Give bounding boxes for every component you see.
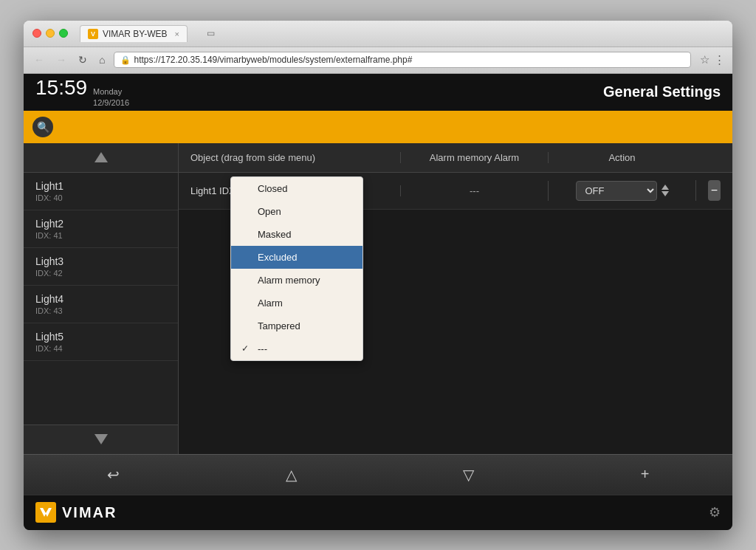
sidebar-item-light1[interactable]: Light1 IDX: 40	[24, 173, 178, 210]
browser-action-icons: ☆ ⋮	[700, 53, 725, 66]
new-tab-button[interactable]: ▭	[199, 25, 222, 41]
search-icon: 🔍	[37, 121, 49, 133]
dropdown-item-open[interactable]: Open	[231, 200, 362, 223]
down-toolbar-button[interactable]: ▽	[448, 460, 489, 489]
dropdown-item-closed[interactable]: Closed	[231, 177, 362, 200]
browser-window: V VIMAR BY-WEB × ▭ ← → ↻ ⌂ 🔒 https://172…	[24, 21, 732, 530]
bottom-toolbar: ↩ △ ▽ +	[24, 454, 732, 495]
down-arrow-icon	[94, 434, 108, 444]
sidebar-item-idx: IDX: 42	[35, 269, 166, 278]
check-icon: ✓	[241, 343, 252, 354]
dropdown-item-dashes[interactable]: ✓ ---	[231, 337, 362, 360]
status-dropdown[interactable]: Closed Open Masked Excluded	[230, 176, 363, 361]
sidebar-item-light5[interactable]: Light5 IDX: 44	[24, 323, 178, 361]
browser-titlebar: V VIMAR BY-WEB × ▭	[24, 21, 732, 47]
dropdown-item-excluded[interactable]: Excluded	[231, 246, 362, 269]
up-toolbar-button[interactable]: △	[271, 460, 312, 489]
sidebar-item-name: Light2	[35, 218, 166, 230]
cell-status[interactable]: ---	[400, 185, 548, 196]
app-time: 15:59 Monday 12/9/2016	[35, 76, 129, 108]
table-area: Object (drag from side menu) Alarm memor…	[179, 143, 732, 454]
app-footer: VIMAR ⚙	[24, 495, 732, 530]
sidebar-item-name: Light5	[35, 331, 166, 343]
dropdown-item-label: Alarm memory	[258, 275, 320, 286]
dropdown-item-label: Alarm	[258, 298, 283, 309]
traffic-lights	[32, 29, 68, 38]
tab-title: VIMAR BY-WEB	[103, 29, 168, 39]
dropdown-item-label: Tampered	[258, 320, 300, 331]
close-button[interactable]	[32, 29, 41, 38]
dropdown-item-tampered[interactable]: Tampered	[231, 314, 362, 337]
app-main: Light1 IDX: 40 Light2 IDX: 41 Light3 IDX…	[24, 143, 732, 454]
sidebar-down-button[interactable]	[24, 424, 178, 454]
url-text: https://172.20.35.149/vimarbyweb/modules…	[134, 55, 684, 65]
svg-marker-0	[40, 508, 52, 517]
search-bar: 🔍	[24, 111, 732, 143]
vimar-logo: VIMAR	[35, 502, 117, 523]
settings-icon[interactable]: ⚙	[709, 504, 721, 520]
sidebar-item-name: Light3	[35, 255, 166, 267]
address-bar[interactable]: 🔒 https://172.20.35.149/vimarbyweb/modul…	[114, 52, 691, 68]
app-header: 15:59 Monday 12/9/2016 General Settings	[24, 74, 732, 111]
sidebar-item-light3[interactable]: Light3 IDX: 42	[24, 248, 178, 286]
delete-row-button[interactable]: −	[708, 180, 721, 201]
add-toolbar-button[interactable]: +	[626, 460, 664, 489]
browser-tab[interactable]: V VIMAR BY-WEB ×	[80, 25, 188, 42]
column-header-action: Action	[548, 152, 695, 163]
lock-icon: 🔒	[120, 55, 131, 65]
sidebar: Light1 IDX: 40 Light2 IDX: 41 Light3 IDX…	[24, 143, 179, 454]
back-toolbar-button[interactable]: ↩	[92, 460, 134, 489]
app-content: 15:59 Monday 12/9/2016 General Settings …	[24, 74, 732, 530]
stepper-down-icon[interactable]	[662, 191, 669, 196]
time-display: 15:59	[35, 76, 87, 100]
back-button[interactable]: ←	[31, 52, 47, 67]
dropdown-item-label: Excluded	[258, 252, 297, 263]
dropdown-item-label: Masked	[258, 229, 292, 240]
sidebar-item-idx: IDX: 40	[35, 193, 166, 202]
sidebar-item-name: Light4	[35, 293, 166, 305]
sidebar-item-light2[interactable]: Light2 IDX: 41	[24, 210, 178, 248]
date-display: Monday 12/9/2016	[93, 86, 129, 108]
column-header-status: Alarm memory Alarm	[400, 152, 548, 163]
action-stepper	[662, 185, 669, 196]
sidebar-item-light4[interactable]: Light4 IDX: 43	[24, 286, 178, 323]
tab-favicon: V	[88, 29, 98, 39]
dropdown-item-label: Closed	[258, 183, 287, 194]
sidebar-up-button[interactable]	[24, 143, 178, 173]
sidebar-item-idx: IDX: 41	[35, 231, 166, 240]
vimar-logo-icon	[35, 502, 56, 523]
status-dropdown-trigger[interactable]: ---	[470, 185, 479, 196]
column-header-object: Object (drag from side menu)	[179, 152, 400, 163]
dropdown-item-masked[interactable]: Masked	[231, 223, 362, 246]
sidebar-items: Light1 IDX: 40 Light2 IDX: 41 Light3 IDX…	[24, 173, 178, 424]
browser-toolbar: ← → ↻ ⌂ 🔒 https://172.20.35.149/vimarbyw…	[24, 47, 732, 74]
table-header: Object (drag from side menu) Alarm memor…	[179, 143, 732, 173]
dropdown-item-label: ---	[258, 343, 267, 354]
forward-button[interactable]: →	[53, 52, 69, 67]
sidebar-item-idx: IDX: 43	[35, 306, 166, 315]
action-select[interactable]: OFF ON	[576, 181, 657, 201]
dropdown-item-alarm-memory[interactable]: Alarm memory	[231, 269, 362, 292]
vimar-v-icon	[38, 505, 53, 520]
brand-name: VIMAR	[62, 504, 117, 521]
tab-close-button[interactable]: ×	[175, 30, 179, 38]
sidebar-item-idx: IDX: 44	[35, 344, 166, 353]
star-icon[interactable]: ☆	[700, 53, 709, 66]
home-button[interactable]: ⌂	[96, 52, 108, 67]
maximize-button[interactable]	[59, 29, 68, 38]
sidebar-item-name: Light1	[35, 180, 166, 192]
cell-delete: −	[695, 180, 732, 201]
up-arrow-icon	[94, 152, 108, 162]
page-title: General Settings	[603, 83, 721, 100]
dropdown-item-alarm[interactable]: Alarm	[231, 292, 362, 314]
dropdown-item-label: Open	[258, 206, 281, 217]
search-button[interactable]: 🔍	[32, 117, 53, 137]
cell-action: OFF ON	[548, 181, 695, 201]
stepper-up-icon[interactable]	[662, 185, 669, 190]
refresh-button[interactable]: ↻	[75, 52, 90, 67]
minimize-button[interactable]	[46, 29, 55, 38]
menu-icon[interactable]: ⋮	[714, 53, 725, 66]
